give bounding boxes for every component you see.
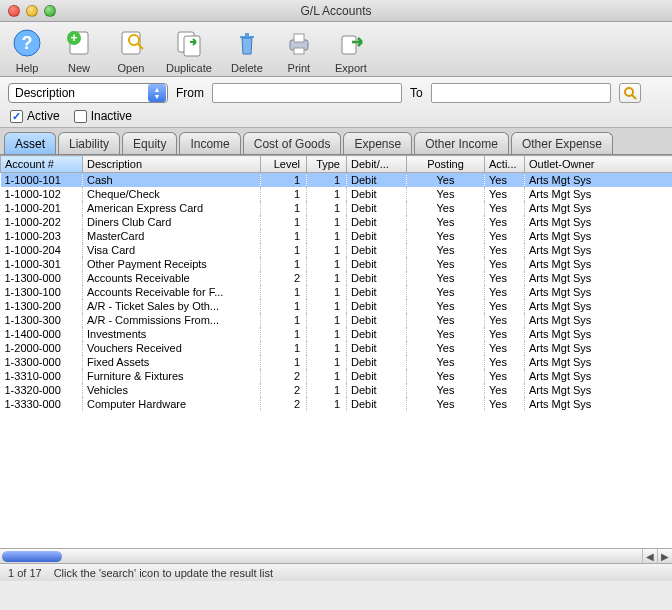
table-row[interactable]: 1-1000-102Cheque/Check11DebitYesYesArts …	[1, 187, 673, 201]
cell-level: 2	[261, 271, 307, 285]
tab-asset[interactable]: Asset	[4, 132, 56, 154]
cell-debit: Debit	[347, 243, 407, 257]
status-hint: Click the 'search' icon to update the re…	[54, 567, 273, 579]
cell-debit: Debit	[347, 173, 407, 188]
table-row[interactable]: 1-1300-000Accounts Receivable21DebitYesY…	[1, 271, 673, 285]
inactive-checkbox-label: Inactive	[91, 109, 132, 123]
table-row[interactable]: 1-1300-300A/R - Commissions From...11Deb…	[1, 313, 673, 327]
export-icon	[334, 26, 368, 60]
cell-posting: Yes	[407, 257, 485, 271]
cell-active: Yes	[485, 271, 525, 285]
table-row[interactable]: 1-1000-204Visa Card11DebitYesYesArts Mgt…	[1, 243, 673, 257]
cell-active: Yes	[485, 285, 525, 299]
cell-debit: Debit	[347, 397, 407, 411]
table-row[interactable]: 1-1000-203MasterCard11DebitYesYesArts Mg…	[1, 229, 673, 243]
tab-other-income[interactable]: Other Income	[414, 132, 509, 154]
table-row[interactable]: 1-2000-000Vouchers Received11DebitYesYes…	[1, 341, 673, 355]
cell-active: Yes	[485, 383, 525, 397]
cell-level: 1	[261, 215, 307, 229]
horizontal-scrollbar[interactable]: ◀ ▶	[0, 548, 672, 563]
table-row[interactable]: 1-3310-000Furniture & Fixtures21DebitYes…	[1, 369, 673, 383]
col-debit[interactable]: Debit/...	[347, 156, 407, 173]
table-row[interactable]: 1-3300-000Fixed Assets11DebitYesYesArts …	[1, 355, 673, 369]
scroll-left-arrow-icon[interactable]: ◀	[642, 549, 657, 564]
scroll-right-arrow-icon[interactable]: ▶	[657, 549, 672, 564]
from-input[interactable]	[212, 83, 402, 103]
cell-description: American Express Card	[83, 201, 261, 215]
table-row[interactable]: 1-1000-301Other Payment Receipts11DebitY…	[1, 257, 673, 271]
tab-income[interactable]: Income	[179, 132, 240, 154]
cell-posting: Yes	[407, 187, 485, 201]
table-row[interactable]: 1-1000-202Diners Club Card11DebitYesYesA…	[1, 215, 673, 229]
cell-description: Investments	[83, 327, 261, 341]
cell-owner: Arts Mgt Sys	[525, 187, 673, 201]
cell-debit: Debit	[347, 341, 407, 355]
table-row[interactable]: 1-3320-000Vehicles21DebitYesYesArts Mgt …	[1, 383, 673, 397]
delete-icon	[230, 26, 264, 60]
new-button[interactable]: +New	[62, 26, 96, 74]
cell-owner: Arts Mgt Sys	[525, 257, 673, 271]
open-button[interactable]: Open	[114, 26, 148, 74]
col-account[interactable]: Account #	[1, 156, 83, 173]
svg-rect-14	[342, 36, 356, 54]
col-active[interactable]: Acti...	[485, 156, 525, 173]
tab-equity[interactable]: Equity	[122, 132, 177, 154]
checkbox-icon: ✓	[10, 110, 23, 123]
svg-line-16	[632, 95, 636, 99]
print-button[interactable]: Print	[282, 26, 316, 74]
table-row[interactable]: 1-1000-101Cash11DebitYesYesArts Mgt Sys	[1, 173, 673, 188]
cell-active: Yes	[485, 201, 525, 215]
cell-owner: Arts Mgt Sys	[525, 355, 673, 369]
col-description[interactable]: Description	[83, 156, 261, 173]
cell-active: Yes	[485, 243, 525, 257]
tab-cost-of-goods[interactable]: Cost of Goods	[243, 132, 342, 154]
col-type[interactable]: Type	[307, 156, 347, 173]
tab-liability[interactable]: Liability	[58, 132, 120, 154]
cell-description: Cheque/Check	[83, 187, 261, 201]
cell-description: Vehicles	[83, 383, 261, 397]
cell-posting: Yes	[407, 383, 485, 397]
cell-description: Visa Card	[83, 243, 261, 257]
inactive-checkbox[interactable]: Inactive	[74, 109, 132, 123]
cell-account: 1-1000-101	[1, 173, 83, 188]
cell-level: 1	[261, 355, 307, 369]
duplicate-label: Duplicate	[166, 62, 212, 74]
search-icon	[623, 86, 637, 100]
table-row[interactable]: 1-1000-201American Express Card11DebitYe…	[1, 201, 673, 215]
status-bar: 1 of 17 Click the 'search' icon to updat…	[0, 563, 672, 581]
table-row[interactable]: 1-1300-200A/R - Ticket Sales by Oth...11…	[1, 299, 673, 313]
tab-other-expense[interactable]: Other Expense	[511, 132, 613, 154]
help-button[interactable]: ?Help	[10, 26, 44, 74]
cell-debit: Debit	[347, 383, 407, 397]
cell-owner: Arts Mgt Sys	[525, 271, 673, 285]
cell-posting: Yes	[407, 341, 485, 355]
cell-account: 1-1300-000	[1, 271, 83, 285]
col-posting[interactable]: Posting	[407, 156, 485, 173]
scroll-thumb[interactable]	[2, 551, 62, 562]
cell-owner: Arts Mgt Sys	[525, 173, 673, 188]
delete-button[interactable]: Delete	[230, 26, 264, 74]
tab-expense[interactable]: Expense	[343, 132, 412, 154]
cell-type: 1	[307, 243, 347, 257]
export-button[interactable]: Export	[334, 26, 368, 74]
help-label: Help	[16, 62, 39, 74]
to-input[interactable]	[431, 83, 611, 103]
cell-active: Yes	[485, 369, 525, 383]
cell-account: 1-2000-000	[1, 341, 83, 355]
cell-type: 1	[307, 355, 347, 369]
active-checkbox[interactable]: ✓ Active	[10, 109, 60, 123]
col-level[interactable]: Level	[261, 156, 307, 173]
svg-rect-12	[294, 34, 304, 42]
cell-type: 1	[307, 257, 347, 271]
col-owner[interactable]: Outlet-Owner	[525, 156, 673, 173]
cell-level: 1	[261, 299, 307, 313]
cell-account: 1-3300-000	[1, 355, 83, 369]
duplicate-button[interactable]: Duplicate	[166, 26, 212, 74]
table-row[interactable]: 1-1400-000Investments11DebitYesYesArts M…	[1, 327, 673, 341]
open-label: Open	[118, 62, 145, 74]
search-button[interactable]	[619, 83, 641, 103]
table-row[interactable]: 1-1300-100Accounts Receivable for F...11…	[1, 285, 673, 299]
cell-description: Cash	[83, 173, 261, 188]
search-field-combo[interactable]: Description ▲▼	[8, 83, 168, 103]
table-row[interactable]: 1-3330-000Computer Hardware21DebitYesYes…	[1, 397, 673, 411]
